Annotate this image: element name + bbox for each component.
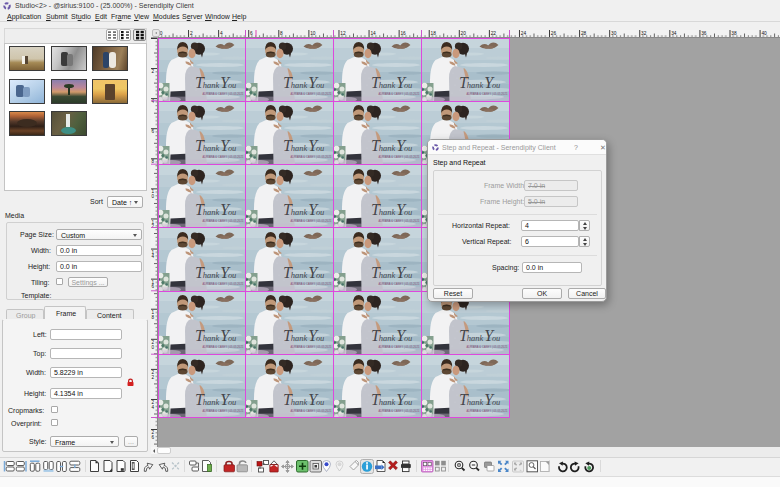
- svg-text:18: 18: [431, 31, 437, 36]
- svg-text:4: 4: [220, 31, 223, 36]
- svg-text:38: 38: [731, 31, 737, 36]
- svg-text:24: 24: [521, 31, 527, 36]
- svg-text:40: 40: [761, 31, 767, 36]
- svg-text:8: 8: [152, 159, 155, 164]
- svg-text:2: 2: [152, 375, 155, 380]
- svg-text:2: 2: [152, 69, 155, 74]
- svg-text:32: 32: [641, 31, 647, 36]
- svg-text:6: 6: [152, 435, 155, 440]
- svg-text:6: 6: [250, 31, 253, 36]
- svg-text:4: 4: [152, 254, 155, 259]
- svg-text:10: 10: [310, 31, 316, 36]
- svg-text:8: 8: [152, 315, 155, 320]
- svg-text:4: 4: [152, 405, 155, 410]
- svg-text:36: 36: [701, 31, 707, 36]
- svg-text:16: 16: [400, 31, 406, 36]
- svg-text:6: 6: [152, 284, 155, 289]
- svg-text:12: 12: [340, 31, 346, 36]
- svg-text:2: 2: [190, 31, 193, 36]
- svg-text:30: 30: [611, 31, 617, 36]
- svg-text:20: 20: [461, 31, 467, 36]
- svg-text:0: 0: [152, 194, 155, 199]
- svg-text:28: 28: [581, 31, 587, 36]
- svg-text:34: 34: [671, 31, 677, 36]
- svg-text:2: 2: [152, 224, 155, 229]
- svg-text:22: 22: [491, 31, 497, 36]
- svg-text:6: 6: [152, 129, 155, 134]
- svg-text:0: 0: [160, 31, 163, 36]
- svg-text:0: 0: [152, 345, 155, 350]
- svg-text:8: 8: [280, 31, 283, 36]
- svg-text:4: 4: [152, 99, 155, 104]
- svg-text:26: 26: [551, 31, 557, 36]
- svg-text:14: 14: [370, 31, 376, 36]
